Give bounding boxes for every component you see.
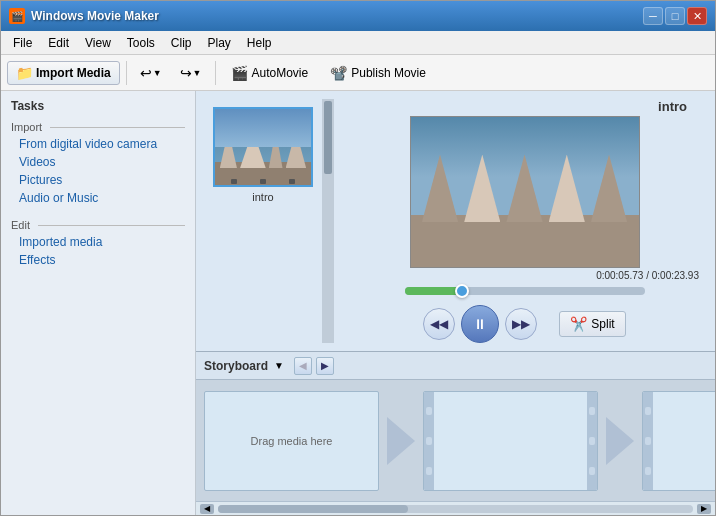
cell-hole: [426, 437, 432, 445]
film-image: [215, 109, 311, 185]
progress-fill: [405, 287, 463, 295]
minimize-button[interactable]: ─: [643, 7, 663, 25]
drop-label: Drag media here: [251, 435, 333, 447]
storyboard-cell-1[interactable]: Drag media here: [204, 391, 379, 491]
sidebar-item-audio[interactable]: Audio or Music: [7, 189, 189, 207]
scroll-track-horizontal[interactable]: [218, 505, 693, 513]
rewind-button[interactable]: ◀◀: [423, 308, 455, 340]
preview-area: intro intro: [196, 91, 715, 351]
automovie-button[interactable]: 🎬 AutoMovie: [222, 61, 318, 85]
storyboard-area: Storyboard ▼ ◀ ▶ Drag media here: [196, 351, 715, 501]
undo-dropdown-arrow: ▼: [153, 68, 162, 78]
sidebar-item-imported-media[interactable]: Imported media: [7, 233, 189, 251]
film-clip-label: intro: [213, 191, 313, 203]
sidebar-item-videos[interactable]: Videos: [7, 153, 189, 171]
scroll-right-button[interactable]: ▶: [697, 504, 711, 514]
storyboard-toolbar: Storyboard ▼ ◀ ▶: [196, 352, 715, 380]
menu-tools[interactable]: Tools: [119, 34, 163, 52]
preview-spires: [422, 155, 627, 223]
cell-hole: [589, 467, 595, 475]
storyboard-next-button[interactable]: ▶: [316, 357, 334, 375]
storyboard-arrow-2: [602, 391, 638, 491]
storyboard-cells: Drag media here: [196, 380, 715, 501]
play-pause-button[interactable]: ⏸: [461, 305, 499, 343]
forward-button[interactable]: ▶▶: [505, 308, 537, 340]
preview-spire: [549, 155, 585, 223]
split-label: Split: [591, 317, 614, 331]
sidebar-scroll[interactable]: Import From digital video camera Videos …: [1, 117, 195, 515]
spire: [240, 130, 266, 168]
publish-movie-button[interactable]: 📽️ Publish Movie: [321, 61, 435, 85]
arrow-shape: [606, 417, 634, 465]
import-icon: 📁: [16, 65, 33, 81]
toolbar: 📁 Import Media ↩ ▼ ↪ ▼ 🎬 AutoMovie 📽️ Pu…: [1, 55, 715, 91]
scrollbar-thumb[interactable]: [324, 101, 332, 174]
film-hole: [260, 179, 266, 184]
storyboard-cell-2[interactable]: [423, 391, 598, 491]
storyboard-prev-button[interactable]: ◀: [294, 357, 312, 375]
automovie-icon: 🎬: [231, 65, 248, 81]
sidebar-item-pictures[interactable]: Pictures: [7, 171, 189, 189]
menu-edit[interactable]: Edit: [40, 34, 77, 52]
spire: [220, 130, 237, 168]
cell-hole: [426, 467, 432, 475]
film-thumbnail: [213, 107, 313, 187]
list-item[interactable]: intro: [213, 107, 313, 187]
preview-spire: [506, 155, 542, 223]
import-section-label: Import: [11, 121, 42, 133]
import-section-line: [50, 127, 185, 128]
cell-holes-right: [587, 392, 597, 490]
film-hole: [289, 179, 295, 184]
filmstrip-panel: intro: [204, 99, 334, 343]
time-display: 0:00:05.73 / 0:00:23.93: [596, 270, 699, 281]
scroll-left-button[interactable]: ◀: [200, 504, 214, 514]
sidebar-item-effects[interactable]: Effects: [7, 251, 189, 269]
cell-hole: [645, 437, 651, 445]
player-controls: ◀◀ ⏸ ▶▶ ✂️ Split: [423, 305, 625, 343]
preview-screen: [410, 116, 640, 268]
cell-hole: [426, 407, 432, 415]
menu-play[interactable]: Play: [200, 34, 239, 52]
redo-button[interactable]: ↪ ▼: [173, 61, 209, 85]
filmstrip-list[interactable]: intro: [204, 99, 322, 343]
preview-ground: [411, 215, 639, 268]
import-media-button[interactable]: 📁 Import Media: [7, 61, 120, 85]
film-holes-bottom: [215, 178, 311, 185]
publish-icon: 📽️: [330, 65, 347, 81]
preview-spire: [591, 155, 627, 223]
toolbar-separator-1: [126, 61, 127, 85]
split-button[interactable]: ✂️ Split: [559, 311, 625, 337]
progress-thumb[interactable]: [455, 284, 469, 298]
publish-label: Publish Movie: [351, 66, 426, 80]
cell-hole: [645, 407, 651, 415]
sidebar-item-digital-video[interactable]: From digital video camera: [7, 135, 189, 153]
close-button[interactable]: ✕: [687, 7, 707, 25]
bottom-scrollbar[interactable]: ◀ ▶: [196, 501, 715, 515]
automovie-label: AutoMovie: [252, 66, 309, 80]
menu-bar: File Edit View Tools Clip Play Help: [1, 31, 715, 55]
window-controls: ─ □ ✕: [643, 7, 707, 25]
main-area: Tasks Import From digital video camera V…: [1, 91, 715, 515]
storyboard-cell-3[interactable]: [642, 391, 715, 491]
maximize-button[interactable]: □: [665, 7, 685, 25]
filmstrip-scrollbar[interactable]: [322, 99, 334, 343]
scroll-thumb-horizontal[interactable]: [218, 505, 408, 513]
sidebar-section-import: Import: [7, 117, 189, 135]
redo-dropdown-arrow: ▼: [193, 68, 202, 78]
menu-clip[interactable]: Clip: [163, 34, 200, 52]
progress-bar[interactable]: [405, 287, 645, 295]
cell-holes-left: [643, 392, 653, 490]
preview-spire: [464, 155, 500, 223]
storyboard-dropdown-arrow[interactable]: ▼: [274, 360, 284, 371]
title-bar: 🎬 Windows Movie Maker ─ □ ✕: [1, 1, 715, 31]
sidebar: Tasks Import From digital video camera V…: [1, 91, 196, 515]
menu-file[interactable]: File: [5, 34, 40, 52]
preview-spire: [422, 155, 458, 223]
menu-help[interactable]: Help: [239, 34, 280, 52]
cell-holes-left: [424, 392, 434, 490]
menu-view[interactable]: View: [77, 34, 119, 52]
undo-button[interactable]: ↩ ▼: [133, 61, 169, 85]
sidebar-section-edit: Edit: [7, 215, 189, 233]
spire: [286, 130, 307, 168]
preview-scene-bg: [411, 117, 639, 267]
